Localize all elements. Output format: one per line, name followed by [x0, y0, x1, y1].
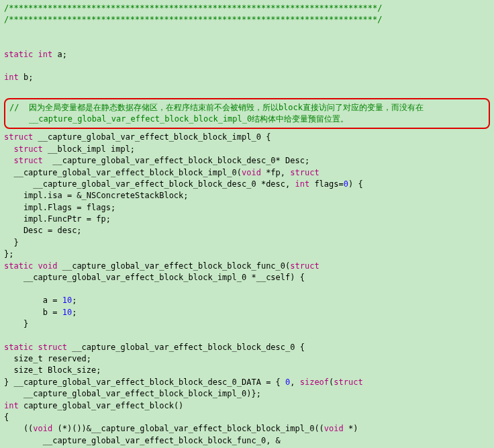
blank-line — [4, 60, 490, 72]
func-body: __capture_global_var_effect_block_block_… — [4, 435, 490, 447]
blank-line — [4, 26, 490, 38]
comment-line: __capture_global_var_effect_block_block_… — [9, 114, 485, 125]
struct-member: struct __block_impl impl; — [4, 144, 490, 155]
ctor-body: impl.isa = &_NSConcreteStackBlock; — [4, 190, 490, 201]
blank-line — [4, 283, 490, 295]
func-body: a = 10; — [4, 295, 490, 306]
func-decl: int capture_global_var_effect_block() — [4, 400, 490, 412]
open-brace: { — [4, 412, 490, 423]
struct-decl: static struct __capture_global_var_effec… — [4, 342, 490, 353]
var-decl-b: int b; — [4, 72, 490, 83]
func-body: b = 10; — [4, 307, 490, 318]
struct-close: } __capture_global_var_effect_block_bloc… — [4, 377, 490, 388]
ctor-body: impl.Flags = flags; — [4, 202, 490, 214]
struct-member: size_t reserved; — [4, 353, 490, 365]
blank-line — [4, 330, 490, 342]
func-body: ((void (*)())&__capture_global_var_effec… — [4, 423, 490, 435]
comment-line: // 因为全局变量都是在静态数据存储区，在程序结束前不会被销毁，所以block直… — [9, 102, 485, 114]
ctor-sig: __capture_global_var_effect_block_block_… — [4, 167, 490, 179]
func-decl: static void __capture_global_var_effect_… — [4, 261, 490, 272]
struct-decl: struct __capture_global_var_effect_block… — [4, 132, 490, 143]
struct-close: __capture_global_var_effect_block_block_… — [4, 388, 490, 400]
blank-line — [4, 84, 490, 95]
struct-member: struct __capture_global_var_effect_block… — [4, 155, 490, 167]
func-close: } — [4, 318, 490, 330]
ctor-body: impl.FuncPtr = fp; — [4, 214, 490, 225]
struct-close: }; — [4, 249, 490, 260]
ctor-body: Desc = desc; — [4, 225, 490, 236]
func-decl: __capture_global_var_effect_block_block_… — [4, 272, 490, 283]
separator-comment: /***************************************… — [4, 3, 490, 14]
ctor-sig: __capture_global_var_effect_block_block_… — [4, 179, 490, 190]
struct-member: size_t Block_size; — [4, 365, 490, 376]
separator-comment: /***************************************… — [4, 14, 490, 26]
highlighted-comment-box: // 因为全局变量都是在静态数据存储区，在程序结束前不会被销毁，所以block直… — [4, 98, 490, 130]
blank-line — [4, 38, 490, 49]
var-decl-a: static int a; — [4, 49, 490, 60]
ctor-close: } — [4, 237, 490, 249]
